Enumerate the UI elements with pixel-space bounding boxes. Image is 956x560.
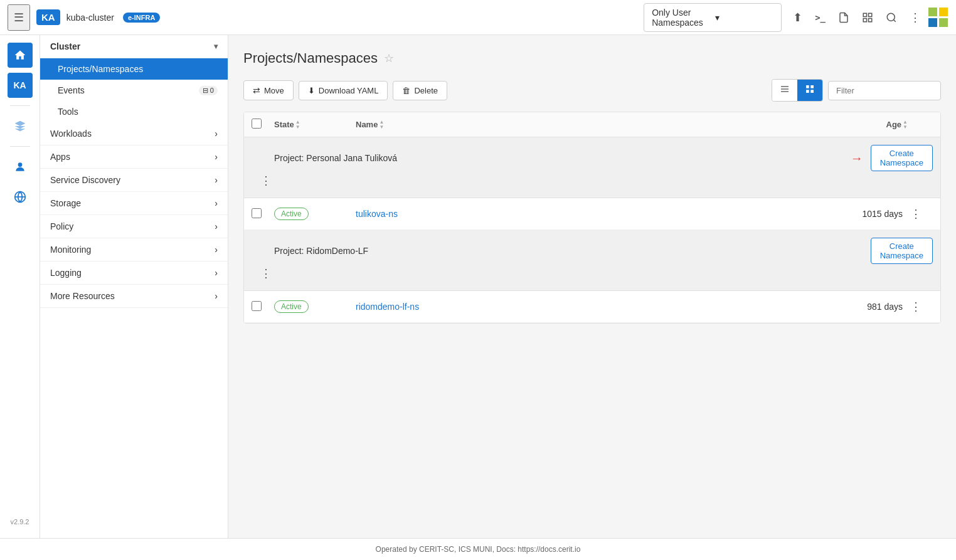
- svg-point-4: [887, 13, 895, 21]
- main-layout: KA v2.9.2 Cluster ▾ Projects/Namespaces …: [0, 35, 956, 538]
- state-column-header[interactable]: State ▲▼: [274, 120, 356, 130]
- file-button[interactable]: [833, 7, 854, 28]
- project-more-button-1[interactable]: ⋮: [258, 171, 274, 190]
- menu-button[interactable]: ☰: [8, 4, 30, 31]
- footer: Operated by CERIT-SC, ICS MUNI, Docs: ht…: [0, 538, 956, 560]
- chevron-right-icon-policy: ›: [215, 221, 218, 231]
- name-column-header[interactable]: Name ▲▼: [356, 120, 820, 130]
- svg-rect-0: [863, 13, 866, 16]
- chevron-right-icon-logging: ›: [215, 268, 218, 278]
- ns-more-button-tulikova[interactable]: ⋮: [908, 204, 924, 223]
- svg-rect-10: [781, 88, 789, 89]
- namespace-row-ridomdemo: Active ridomdemo-lf-ns 981 days ⋮: [244, 291, 940, 323]
- nav-group-workloads[interactable]: Workloads ›: [40, 122, 228, 145]
- project-row-2: Project: RidomDemo-LF Create Namespace ⋮: [244, 230, 940, 291]
- cluster-abbr: KA: [41, 12, 55, 23]
- sidebar-divider-1: [10, 105, 30, 106]
- upload-button[interactable]: ⬆: [788, 6, 807, 29]
- nav-sidebar: Cluster ▾ Projects/Namespaces Events ⊟ 0…: [40, 35, 228, 538]
- delete-button[interactable]: 🗑 Delete: [393, 81, 447, 100]
- nav-group-monitoring[interactable]: Monitoring ›: [40, 238, 228, 262]
- nav-item-projects-namespaces[interactable]: Projects/Namespaces: [40, 58, 228, 80]
- chevron-right-icon-monitoring: ›: [215, 245, 218, 255]
- namespace-selector[interactable]: Only User Namespaces ▾: [644, 3, 782, 32]
- project-actions-2: Create Namespace: [908, 238, 933, 264]
- ns-more-button-ridomdemo[interactable]: ⋮: [908, 297, 924, 316]
- chevron-right-icon-storage: ›: [215, 198, 218, 208]
- svg-point-6: [18, 162, 22, 167]
- ns-link-ridomdemo[interactable]: ridomdemo-lf-ns: [356, 302, 419, 312]
- ns-state-2: Active: [274, 300, 356, 313]
- footer-text: Operated by CERIT-SC, ICS MUNI, Docs: ht…: [376, 545, 581, 554]
- chevron-right-icon: ›: [215, 129, 218, 139]
- globe-nav-button[interactable]: [8, 184, 33, 209]
- create-namespace-btn-1[interactable]: Create Namespace: [871, 145, 933, 171]
- icon-sidebar: KA v2.9.2: [0, 35, 40, 538]
- cluster-badge: KA: [36, 9, 60, 25]
- create-namespace-btn-2[interactable]: Create Namespace: [871, 238, 933, 264]
- header-checkbox-cell: [252, 119, 274, 130]
- nav-group-storage[interactable]: Storage ›: [40, 192, 228, 215]
- main-content: Projects/Namespaces ☆ ⇄ Move ⬇ Download …: [228, 35, 956, 538]
- cluster-name: kuba-cluster: [66, 13, 114, 23]
- ka-nav-button[interactable]: KA: [8, 73, 33, 98]
- ns-checkbox-ridomdemo[interactable]: [252, 301, 262, 311]
- e-infra-badge: e-INFRA: [123, 13, 160, 23]
- terminal-button[interactable]: >_: [810, 8, 831, 28]
- move-button[interactable]: ⇄ Move: [243, 80, 294, 100]
- cluster-section-chevron: ▾: [214, 42, 218, 51]
- topbar: ☰ KA kuba-cluster e-INFRA Only User Name…: [0, 0, 956, 35]
- nav-group-apps[interactable]: Apps ›: [40, 145, 228, 169]
- state-sort-arrows: ▲▼: [295, 120, 300, 130]
- ns-age-ridomdemo: 981 days: [820, 302, 908, 312]
- active-badge-ridomdemo: Active: [274, 300, 309, 313]
- app-version: v2.9.2: [11, 518, 29, 531]
- toolbar: ⇄ Move ⬇ Download YAML 🗑 Delete: [243, 79, 941, 102]
- building-nav-button[interactable]: [8, 114, 33, 139]
- active-badge-tulikova: Active: [274, 208, 309, 220]
- svg-rect-12: [806, 85, 809, 88]
- nav-group-policy[interactable]: Policy ›: [40, 215, 228, 238]
- svg-rect-9: [781, 86, 789, 87]
- nav-group-more-resources[interactable]: More Resources ›: [40, 285, 228, 308]
- cluster-section-header[interactable]: Cluster ▾: [40, 35, 228, 58]
- chevron-right-icon-apps: ›: [215, 152, 218, 162]
- red-arrow-icon: →: [851, 151, 863, 166]
- ns-more-1: ⋮: [908, 204, 933, 223]
- chevron-down-icon: ▾: [715, 13, 773, 23]
- namespace-row-tulikova: Active tulikova-ns 1015 days ⋮: [244, 198, 940, 230]
- select-all-checkbox[interactable]: [252, 119, 262, 129]
- age-sort-arrows: ▲▼: [903, 120, 908, 130]
- ns-link-tulikova[interactable]: tulikova-ns: [356, 209, 398, 219]
- project-more-button-2[interactable]: ⋮: [258, 264, 274, 283]
- nav-group-service-discovery[interactable]: Service Discovery ›: [40, 169, 228, 192]
- svg-rect-14: [806, 90, 809, 93]
- svg-line-5: [893, 19, 895, 21]
- home-nav-button[interactable]: [8, 43, 33, 68]
- filter-input[interactable]: [828, 81, 941, 100]
- ns-checkbox-cell-1: [252, 208, 274, 220]
- more-options-button[interactable]: ⋮: [905, 6, 926, 29]
- download-yaml-button[interactable]: ⬇ Download YAML: [299, 81, 388, 100]
- grid-button[interactable]: [857, 7, 878, 28]
- page-title-row: Projects/Namespaces ☆: [243, 50, 941, 66]
- namespaces-table: State ▲▼ Name ▲▼ Age ▲▼ Project:: [243, 112, 941, 324]
- nav-item-events[interactable]: Events ⊟ 0: [40, 80, 228, 101]
- user-nav-button[interactable]: [8, 154, 33, 179]
- project-row-1: Project: Personal Jana Tuliková → Create…: [244, 137, 940, 198]
- age-column-header[interactable]: Age ▲▼: [820, 120, 908, 130]
- nav-item-tools[interactable]: Tools: [40, 101, 228, 122]
- svg-rect-15: [810, 90, 814, 93]
- project-actions-1: → Create Namespace: [908, 145, 933, 171]
- ns-checkbox-tulikova[interactable]: [252, 208, 262, 218]
- nav-group-logging[interactable]: Logging ›: [40, 262, 228, 285]
- ns-checkbox-cell-2: [252, 301, 274, 313]
- list-view-button[interactable]: [772, 80, 797, 101]
- favorite-star-icon[interactable]: ☆: [384, 51, 394, 65]
- move-icon: ⇄: [253, 85, 260, 95]
- svg-rect-13: [810, 85, 814, 88]
- search-button[interactable]: [881, 7, 902, 28]
- svg-rect-2: [863, 18, 866, 21]
- grid-view-button[interactable]: [797, 80, 822, 101]
- project-label-2: Project: RidomDemo-LF: [274, 246, 908, 256]
